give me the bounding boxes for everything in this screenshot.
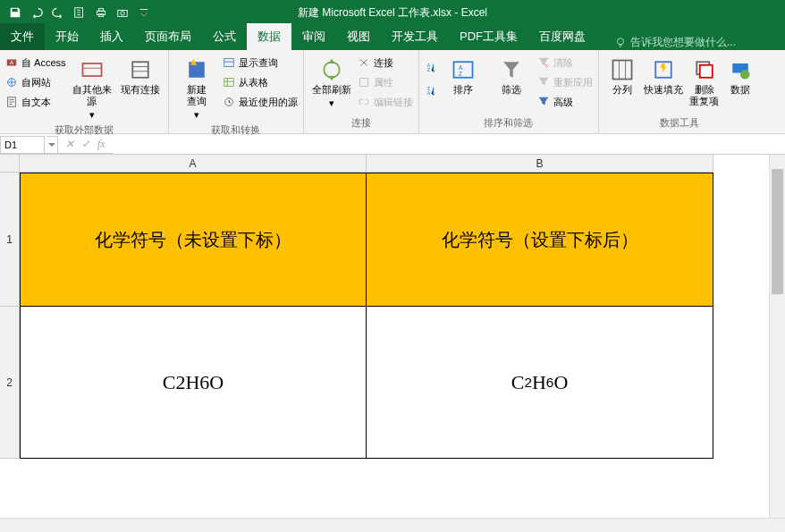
tab-view[interactable]: 视图 (336, 23, 381, 50)
properties-button: 属性 (358, 73, 413, 91)
tab-file[interactable]: 文件 (0, 23, 45, 50)
column-header-b[interactable]: B (367, 155, 713, 173)
title-bar: 新建 Microsoft Excel 工作表.xlsx - Excel (0, 0, 785, 25)
horizontal-scrollbar[interactable] (0, 518, 785, 532)
undo-icon[interactable] (27, 3, 46, 22)
remove-duplicates-button[interactable]: 删除 重复项 (687, 54, 722, 107)
tab-layout[interactable]: 页面布局 (134, 23, 202, 50)
cell-a2[interactable]: C2H6O (20, 307, 367, 459)
tab-insert[interactable]: 插入 (89, 23, 134, 50)
cell-b1[interactable]: 化学符号（设置下标后） (367, 173, 713, 307)
group-connections: 全部刷新▾ 连接 属性 编辑链接 连接 (304, 50, 419, 133)
clear-filter-button: 清除 (537, 54, 593, 72)
group-sort-filter: AZ ZA AZ排序 筛选 清除 重新应用 高级 排序和筛选 (419, 50, 599, 133)
name-box-dropdown[interactable] (46, 136, 58, 154)
sort-asc-icon[interactable]: AZ (425, 59, 437, 77)
tab-pdf[interactable]: PDF工具集 (449, 23, 528, 50)
ribbon-tabs: 文件 开始 插入 页面布局 公式 数据 审阅 视图 开发工具 PDF工具集 百度… (0, 25, 785, 50)
save-icon[interactable] (5, 3, 25, 22)
camera-icon[interactable] (113, 3, 132, 22)
tab-baidu[interactable]: 百度网盘 (528, 23, 596, 50)
quick-access-toolbar (0, 3, 154, 22)
tab-data[interactable]: 数据 (247, 23, 291, 50)
enter-icon[interactable]: ✓ (81, 138, 90, 151)
row-header-1[interactable]: 1 (0, 173, 20, 307)
tab-home[interactable]: 开始 (45, 23, 89, 50)
from-text-button[interactable]: 自文本 (5, 93, 66, 111)
cell-a1[interactable]: 化学符号（未设置下标） (20, 173, 367, 307)
redo-icon[interactable] (48, 3, 68, 22)
select-all-corner[interactable] (0, 155, 20, 173)
formula-input[interactable] (113, 136, 785, 154)
svg-text:Z: Z (426, 67, 430, 72)
sort-desc-icon[interactable]: ZA (425, 82, 437, 100)
row-header-2[interactable]: 2 (0, 307, 20, 459)
tab-formula[interactable]: 公式 (202, 23, 247, 50)
group-get-transform: 新建 查询▾ 显示查询 从表格 最近使用的源 获取和转换 (169, 50, 304, 133)
svg-rect-14 (224, 59, 233, 67)
sort-button[interactable]: AZ排序 (441, 54, 485, 96)
window-title: 新建 Microsoft Excel 工作表.xlsx - Excel (298, 5, 487, 21)
svg-point-5 (121, 12, 124, 15)
cell-b2[interactable]: C2H6O (367, 307, 713, 459)
from-access-button[interactable]: A自 Access (5, 54, 66, 72)
recent-sources-button[interactable]: 最近使用的源 (223, 93, 298, 111)
show-queries-button[interactable]: 显示查询 (223, 54, 298, 72)
tab-review[interactable]: 审阅 (291, 23, 336, 50)
qat-dropdown-icon[interactable] (134, 3, 154, 22)
svg-text:A: A (458, 64, 462, 71)
tell-me-box[interactable]: 告诉我您想要做什么... (614, 35, 736, 50)
new-query-button[interactable]: 新建 查询▾ (174, 54, 219, 122)
svg-rect-2 (98, 9, 103, 12)
spreadsheet-grid: A B 1 2 化学符号（未设置下标） 化学符号（设置下标后） C2H6O C2… (0, 154, 785, 532)
svg-point-17 (324, 62, 340, 78)
from-table-button[interactable]: 从表格 (223, 73, 298, 91)
filter-button[interactable]: 筛选 (489, 54, 534, 96)
svg-point-6 (618, 38, 624, 44)
tell-me-text: 告诉我您想要做什么... (630, 35, 736, 50)
advanced-filter-button[interactable]: 高级 (537, 93, 593, 111)
connections-button[interactable]: 连接 (358, 54, 413, 72)
ribbon: A自 Access 自网站 自文本 自其他来源▾ 现有连接 获取外部数据 新建 … (0, 50, 785, 134)
svg-rect-18 (359, 79, 367, 87)
from-web-button[interactable]: 自网站 (5, 73, 66, 91)
formula-bar: D1 ✕ ✓ fx (0, 136, 785, 154)
edit-links-button: 编辑链接 (358, 93, 413, 111)
svg-rect-29 (699, 65, 712, 78)
group-data-tools: 分列 快速填充 删除 重复项 数据 数据工具 (599, 50, 760, 133)
from-other-button[interactable]: 自其他来源▾ (70, 54, 114, 122)
svg-point-31 (740, 70, 750, 80)
data-validation-button[interactable]: 数据 (726, 54, 755, 96)
name-box[interactable]: D1 (0, 136, 45, 154)
existing-connections-button[interactable]: 现有连接 (118, 54, 163, 96)
tab-dev[interactable]: 开发工具 (381, 23, 449, 50)
cancel-icon[interactable]: ✕ (65, 138, 74, 151)
column-header-a[interactable]: A (20, 155, 367, 173)
bulb-icon (614, 37, 627, 49)
group-external-data: A自 Access 自网站 自文本 自其他来源▾ 现有连接 获取外部数据 (0, 50, 169, 133)
svg-rect-26 (612, 61, 631, 80)
flash-fill-button[interactable]: 快速填充 (644, 54, 683, 96)
svg-rect-23 (453, 62, 472, 78)
svg-rect-12 (132, 62, 148, 78)
refresh-all-button[interactable]: 全部刷新▾ (309, 54, 354, 109)
vertical-scrollbar[interactable] (769, 155, 785, 518)
svg-text:A: A (426, 90, 430, 96)
reapply-button: 重新应用 (537, 73, 593, 91)
print-icon[interactable] (91, 3, 111, 22)
fx-icon[interactable]: fx (97, 138, 106, 151)
svg-rect-15 (224, 79, 233, 87)
new-icon[interactable] (70, 3, 89, 22)
text-to-columns-button[interactable]: 分列 (604, 54, 640, 96)
svg-rect-11 (82, 63, 101, 76)
svg-text:Z: Z (458, 71, 462, 77)
